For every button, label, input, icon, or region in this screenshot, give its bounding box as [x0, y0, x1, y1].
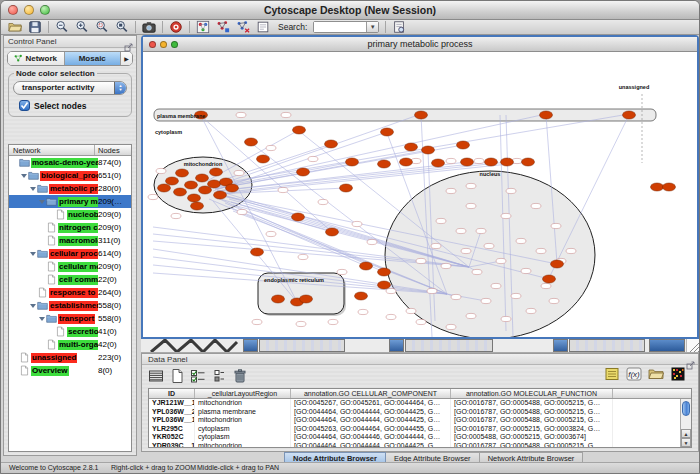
zoom-in-icon[interactable] [75, 20, 89, 34]
network-node[interactable] [491, 283, 501, 288]
zoom-selected-icon[interactable] [95, 20, 109, 34]
network-node[interactable] [651, 183, 664, 191]
table-cell[interactable]: mitochondrion [195, 416, 291, 425]
tree-expand-arrow[interactable] [29, 248, 37, 259]
network-node[interactable] [422, 146, 435, 154]
network-node[interactable] [472, 269, 482, 274]
network-node[interactable] [300, 295, 313, 303]
network-node[interactable] [386, 288, 396, 293]
network-node[interactable] [431, 243, 441, 248]
background-window-fragment[interactable] [259, 339, 345, 352]
tree-row[interactable]: primary metabo209(… [9, 195, 131, 208]
table-cell[interactable]: [GO:0044464, GO:0044444, GO:0044425, G… [291, 416, 451, 425]
network-node[interactable] [296, 321, 306, 326]
network-node[interactable] [663, 183, 676, 191]
network-node[interactable] [481, 298, 491, 303]
network-graph[interactable]: plasma membranecytoplasmmitochondrionnuc… [143, 52, 697, 337]
network-node[interactable] [272, 295, 285, 303]
network-node[interactable] [340, 184, 353, 192]
new-network-icon[interactable] [216, 20, 230, 34]
tree-row[interactable]: nucleobase-209(0) [9, 208, 131, 221]
tree-row[interactable]: mosaic-demo-yeast874(0) [9, 156, 131, 169]
network-node[interactable] [325, 140, 338, 148]
network-node[interactable] [461, 158, 474, 166]
network-canvas[interactable]: plasma membranecytoplasmmitochondrionnuc… [143, 52, 697, 337]
table-cell[interactable]: [GO:0005488, GO:0005215, GO:0003674] [451, 433, 613, 442]
network-node[interactable] [551, 223, 561, 228]
network-node[interactable] [337, 269, 347, 274]
network-node[interactable] [506, 188, 516, 193]
network-node[interactable] [541, 283, 551, 288]
network-node[interactable] [214, 191, 227, 199]
table-cell[interactable]: cytoplasm [195, 433, 291, 442]
table-cell[interactable]: [GO:0044464, GO:0044444, GO:0044425, G… [291, 408, 451, 417]
network-node[interactable] [474, 158, 484, 163]
network-node[interactable] [210, 168, 223, 176]
scroll-up-icon[interactable]: ▲ [681, 429, 691, 438]
network-node[interactable] [466, 313, 476, 318]
tree-expand-arrow[interactable] [38, 313, 46, 324]
table-row[interactable]: YKR052Ccytoplasm[GO:0044464, GO:0044446,… [149, 433, 691, 442]
network-node[interactable] [436, 218, 446, 223]
tree-row[interactable]: metabolic process280(0) [9, 182, 131, 195]
tab-overflow-arrow[interactable]: ▶ [121, 52, 132, 65]
network-node[interactable] [511, 293, 521, 298]
select-nodes-checkbox[interactable] [19, 100, 30, 111]
network-node[interactable] [158, 184, 171, 192]
network-node[interactable] [266, 145, 276, 150]
network-node[interactable] [416, 319, 426, 324]
network-node[interactable] [292, 213, 305, 221]
network-node[interactable] [252, 319, 262, 324]
table-cell[interactable]: YPL036W__1 [149, 416, 195, 425]
table-row[interactable]: YPL036W__2plasma membrane[GO:0044464, GO… [149, 408, 691, 417]
network-node[interactable] [549, 298, 559, 303]
resize-grip-icon[interactable] [686, 339, 699, 352]
float-panel-icon[interactable] [686, 356, 695, 365]
tree-row[interactable]: establishment of lo558(0) [9, 299, 131, 312]
network-node[interactable] [308, 156, 318, 161]
network-node[interactable] [237, 209, 247, 214]
network-node[interactable] [501, 158, 514, 166]
scroll-down-icon[interactable]: ▼ [681, 438, 691, 447]
network-node[interactable] [522, 158, 535, 166]
network-node[interactable] [367, 239, 377, 244]
zoom-fit-icon[interactable] [115, 20, 129, 34]
network-node[interactable] [406, 308, 416, 313]
delete-attribute-icon[interactable] [232, 368, 248, 384]
network-node[interactable] [516, 238, 526, 243]
network-node[interactable] [236, 112, 246, 117]
table-cell[interactable]: [GO:0016787, GO:0005488, GO:0005215, G… [451, 399, 613, 408]
table-cell[interactable]: YJR121W__1 [149, 399, 195, 408]
tree-expand-arrow[interactable] [29, 300, 37, 311]
search-combobox[interactable]: ▼ [313, 21, 379, 33]
table-cell[interactable]: YLR295C [149, 425, 195, 434]
table-cell[interactable]: [GO:0016787, GO:0005488, GO:0005215, G… [451, 416, 613, 425]
network-node[interactable] [358, 309, 368, 314]
network-node[interactable] [466, 183, 476, 188]
annotation-icon[interactable] [256, 20, 270, 34]
table-cell[interactable]: plasma membrane [195, 408, 291, 417]
table-row[interactable]: YPL036W__1mitochondrion[GO:0044464, GO:0… [149, 416, 691, 425]
table-cell[interactable]: [GO:0045267, GO:0045261, GO:0044464, G… [291, 399, 451, 408]
open-icon[interactable] [8, 20, 22, 34]
new-attribute-icon[interactable] [169, 368, 185, 384]
destroy-network-icon[interactable] [236, 20, 250, 34]
network-view-titlebar[interactable]: primary metabolic process [143, 37, 697, 52]
network-node[interactable] [234, 170, 244, 175]
node-color-dropdown[interactable]: transporter activity ▲▼ [13, 81, 127, 95]
network-node[interactable] [566, 248, 576, 253]
attribute-checklist-icon[interactable] [190, 368, 206, 384]
matrix-icon[interactable] [604, 366, 620, 382]
search-dropdown-icon[interactable]: ▼ [366, 22, 378, 32]
network-node[interactable] [346, 158, 359, 166]
table-cell[interactable]: mitochondrion [195, 442, 291, 448]
tree-row[interactable]: Overview8(0) [9, 364, 131, 377]
network-node[interactable] [551, 260, 564, 268]
tree-column-nodes[interactable]: Nodes [95, 145, 131, 155]
help-icon[interactable] [169, 20, 183, 34]
background-window-fragment[interactable] [405, 339, 493, 352]
network-node[interactable] [156, 168, 166, 173]
network-node[interactable] [446, 324, 456, 329]
tree-row[interactable]: macromolecule311(0) [9, 234, 131, 247]
network-node[interactable] [188, 194, 201, 202]
